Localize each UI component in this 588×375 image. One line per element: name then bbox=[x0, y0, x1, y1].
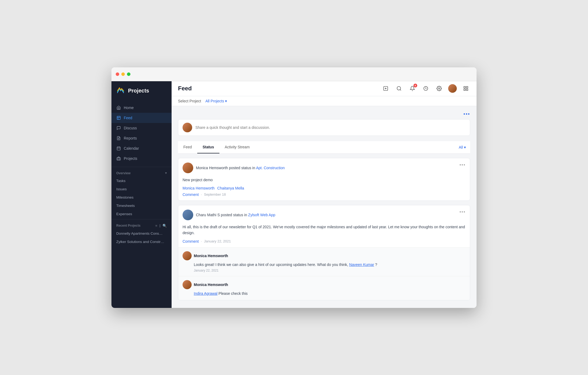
sidebar-item-zylker[interactable]: Zylker Solutions and Constr… bbox=[111, 238, 172, 246]
comment-2-avatar bbox=[183, 280, 192, 289]
sidebar-divider-2 bbox=[111, 219, 172, 219]
post-1-tag-2[interactable]: Chaitanya Mella bbox=[217, 186, 244, 190]
composer-input[interactable] bbox=[195, 125, 466, 130]
comment-2-name: Monica Hemsworth bbox=[194, 283, 228, 287]
all-projects-label: All Projects bbox=[205, 99, 224, 103]
tab-status[interactable]: Status bbox=[197, 141, 219, 153]
post-2-separator-dot: · bbox=[201, 239, 202, 243]
select-project-label: Select Project bbox=[178, 99, 201, 103]
tab-filter-arrow-icon: ▾ bbox=[464, 145, 466, 149]
comment-1-text: Looks great! I think we can also give a … bbox=[194, 262, 466, 268]
comment-1-link[interactable]: Naveen Kumar bbox=[349, 262, 374, 267]
feed-icon bbox=[116, 115, 121, 120]
pipe-separator: | bbox=[160, 224, 160, 227]
sidebar-item-projects[interactable]: Projects bbox=[111, 153, 172, 164]
recent-projects-section-header: Recent Projects ≡ | 🔍 bbox=[111, 221, 172, 229]
svg-point-12 bbox=[397, 87, 401, 90]
svg-rect-18 bbox=[466, 87, 468, 88]
notifications-button[interactable]: 6 bbox=[408, 84, 417, 93]
sidebar-logo[interactable]: Projects bbox=[111, 81, 172, 100]
app-logo-icon bbox=[116, 86, 125, 96]
discuss-icon bbox=[116, 126, 121, 130]
app-window: Projects Home Feed bbox=[111, 67, 477, 308]
comment-1-avatar bbox=[183, 251, 192, 260]
comment-1-date: January 22, 2021 bbox=[194, 269, 466, 272]
tab-feed[interactable]: Feed bbox=[178, 141, 197, 153]
post-2-body: Hi all, this is the draft of our newslet… bbox=[178, 223, 470, 239]
dropdown-arrow-icon: ▾ bbox=[225, 99, 227, 103]
sidebar-item-donnelly[interactable]: Donnelly Apartments Cons… bbox=[111, 229, 172, 238]
sidebar-item-label-discuss: Discuss bbox=[124, 126, 137, 130]
comment-1-name: Monica Hemsworth bbox=[194, 254, 228, 258]
add-button[interactable] bbox=[381, 84, 390, 93]
close-button[interactable] bbox=[116, 72, 119, 76]
sidebar-item-issues[interactable]: Issues bbox=[111, 185, 172, 193]
post-1-separator-dot: · bbox=[201, 192, 202, 196]
app-name: Projects bbox=[128, 88, 149, 94]
sidebar-item-label-calendar: Calendar bbox=[124, 146, 139, 150]
post-2-date: January 22, 2021 bbox=[204, 239, 231, 243]
search-icon[interactable]: 🔍 bbox=[163, 224, 167, 228]
recent-projects-actions: ≡ | 🔍 bbox=[155, 224, 167, 228]
timer-button[interactable] bbox=[421, 84, 430, 93]
svg-rect-4 bbox=[117, 147, 120, 150]
tab-filter-label: All bbox=[459, 145, 463, 149]
post-1-tag-1[interactable]: Monica Hemsworth bbox=[183, 186, 215, 190]
sidebar-item-feed[interactable]: Feed bbox=[111, 113, 172, 123]
sidebar-divider-1 bbox=[111, 167, 172, 167]
sidebar-item-expenses[interactable]: Expenses bbox=[111, 210, 172, 218]
minimize-button[interactable] bbox=[121, 72, 125, 76]
chevron-down-icon[interactable]: ▾ bbox=[165, 171, 167, 175]
tab-activity-stream[interactable]: Activity Stream bbox=[219, 141, 255, 153]
sidebar-item-milestones[interactable]: Milestones bbox=[111, 193, 172, 202]
filter-bar: Select Project All Projects ▾ bbox=[172, 96, 477, 106]
post-1-tagged: Monica Hemsworth Chaitanya Mella bbox=[178, 186, 470, 190]
notification-badge: 6 bbox=[413, 84, 417, 87]
post-2-footer: Comment · January 22, 2021 bbox=[178, 239, 470, 247]
sidebar-item-calendar[interactable]: Calendar bbox=[111, 143, 172, 153]
sidebar-item-label-feed: Feed bbox=[124, 116, 132, 120]
post-2-comment-link[interactable]: Comment bbox=[183, 239, 199, 243]
post-2-meta-text: Charu Mathi S posted status in bbox=[196, 213, 248, 217]
sidebar-item-reports[interactable]: Reports bbox=[111, 133, 172, 143]
maximize-button[interactable] bbox=[127, 72, 130, 76]
more-options-button[interactable]: ••• bbox=[178, 111, 470, 117]
top-header: Feed 6 bbox=[172, 81, 477, 96]
grid-button[interactable] bbox=[462, 84, 470, 93]
post-2-more-button[interactable]: ••• bbox=[459, 210, 466, 214]
all-projects-dropdown[interactable]: All Projects ▾ bbox=[205, 99, 227, 103]
sidebar-item-label-projects: Projects bbox=[124, 156, 137, 161]
post-1-project-link[interactable]: Apt. Construction bbox=[256, 166, 285, 170]
comment-2-text: Indira Agrawal Please check this bbox=[194, 291, 466, 296]
comment-2-link[interactable]: Indira Agrawal bbox=[194, 291, 218, 296]
tab-filter-dropdown[interactable]: All ▾ bbox=[454, 141, 470, 153]
post-composer[interactable] bbox=[178, 119, 470, 136]
post-1-comment-link[interactable]: Comment bbox=[183, 192, 199, 197]
sidebar-item-home[interactable]: Home bbox=[111, 103, 172, 113]
settings-button[interactable] bbox=[435, 84, 443, 93]
calendar-icon bbox=[116, 146, 121, 151]
post-1-meta: Monica Hemsworth posted status in Apt. C… bbox=[196, 166, 285, 170]
sidebar-item-timesheets[interactable]: Timesheets bbox=[111, 202, 172, 210]
comment-1-author-row: Monica Hemsworth bbox=[183, 251, 466, 260]
post-1-meta-text: Monica Hemsworth posted status in bbox=[196, 166, 256, 170]
filter-icon[interactable]: ≡ bbox=[155, 224, 157, 228]
app-body: Projects Home Feed bbox=[111, 81, 477, 308]
post-2-project-link[interactable]: Zylsoft Web App bbox=[248, 213, 275, 217]
avatar-image bbox=[448, 84, 457, 93]
overview-section-header: Overview ▾ bbox=[111, 168, 172, 177]
post-1-more-button[interactable]: ••• bbox=[459, 163, 466, 167]
comment-1-block: Monica Hemsworth Looks great! I think we… bbox=[178, 247, 470, 276]
main-content: Feed 6 bbox=[172, 81, 477, 308]
sidebar-nav: Home Feed Discuss bbox=[111, 100, 172, 166]
sidebar-item-tasks[interactable]: Tasks bbox=[111, 177, 172, 185]
user-avatar[interactable] bbox=[448, 84, 457, 93]
projects-icon bbox=[116, 156, 121, 161]
sidebar-item-label-reports: Reports bbox=[124, 136, 137, 140]
search-button[interactable] bbox=[395, 84, 403, 93]
svg-rect-1 bbox=[117, 116, 120, 119]
overview-label: Overview bbox=[116, 171, 130, 175]
sidebar-item-discuss[interactable]: Discuss bbox=[111, 123, 172, 133]
post-2-header: Charu Mathi S posted status in Zylsoft W… bbox=[178, 205, 470, 223]
comment-2-author-row: Monica Hemsworth bbox=[183, 280, 466, 289]
